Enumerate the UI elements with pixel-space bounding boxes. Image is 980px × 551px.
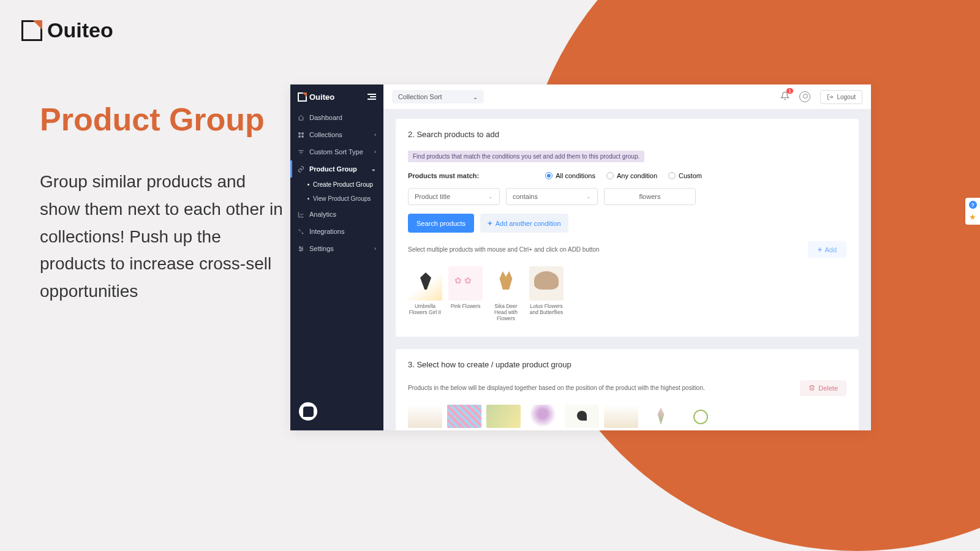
svg-point-7 <box>301 248 303 249</box>
sidebar-item-product-group[interactable]: Product Group ⌄ <box>290 160 383 178</box>
sidebar-item-collections[interactable]: Collections › <box>290 126 383 143</box>
radio-icon <box>606 172 614 179</box>
action-buttons: Search products + Add another condition <box>408 214 846 233</box>
sidebar-item-custom-sort[interactable]: Custom Sort Type › <box>290 143 383 160</box>
sidebar-item-analytics[interactable]: Analytics <box>290 206 383 223</box>
product-thumbnail[interactable] <box>643 405 677 428</box>
value-input[interactable] <box>604 188 696 205</box>
sidebar-item-integrations[interactable]: Integrations <box>290 223 383 240</box>
nav-label: Integrations <box>309 228 344 235</box>
product-thumbnail[interactable] <box>526 405 560 428</box>
product-thumbnail[interactable] <box>682 405 717 428</box>
chevron-right-icon: › <box>374 132 376 138</box>
sidebar-item-settings[interactable]: Settings › <box>290 240 383 257</box>
radio-any-condition[interactable]: Any condition <box>606 172 657 179</box>
home-icon <box>298 114 304 121</box>
logout-button[interactable]: Logout <box>820 90 862 104</box>
grid-icon <box>298 132 304 138</box>
brand-logo: Ouiteo <box>21 18 113 42</box>
section-title: 3. Select how to create / update product… <box>408 360 846 369</box>
button-label: Add <box>824 246 837 253</box>
sidebar-subitem-view[interactable]: View Product Groups <box>290 192 383 206</box>
product-name: Pink Flowers <box>448 303 483 309</box>
product-thumbnail[interactable] <box>565 405 599 428</box>
product-thumbnail[interactable] <box>486 405 521 428</box>
chevron-right-icon: › <box>374 246 376 252</box>
avatar-button[interactable] <box>799 91 810 102</box>
product-tile[interactable]: Pink Flowers <box>448 266 483 322</box>
radio-icon <box>668 172 676 179</box>
radio-custom[interactable]: Custom <box>668 172 702 179</box>
radio-label: Any condition <box>617 172 657 179</box>
match-conditions-row: Products must match: All conditions Any … <box>408 172 846 179</box>
svg-point-8 <box>300 250 301 251</box>
notification-badge: 1 <box>786 88 794 94</box>
nav-label: Settings <box>309 245 334 252</box>
sidebar: Ouiteo Dashboard Collections › Custom So… <box>290 84 383 430</box>
logo-text: Ouiteo <box>309 92 334 102</box>
topbar: Collection Sort 1 Logout <box>383 84 871 109</box>
chevron-right-icon: › <box>374 149 376 155</box>
product-image <box>448 266 483 301</box>
svg-rect-1 <box>301 132 303 134</box>
plus-icon: + <box>818 245 823 254</box>
nav-label: Product Group <box>309 165 357 173</box>
main-content: Collection Sort 1 Logout 2. Search produ… <box>383 84 871 430</box>
logo-icon <box>298 92 307 102</box>
operator-select[interactable]: contains <box>506 188 598 205</box>
field-select[interactable]: Product title <box>408 188 500 205</box>
svg-rect-3 <box>301 135 303 137</box>
chat-icon <box>303 407 314 417</box>
button-label: Delete <box>818 384 838 392</box>
sliders-icon <box>298 246 304 252</box>
radio-all-conditions[interactable]: All conditions <box>545 172 595 179</box>
product-thumbnail[interactable] <box>447 405 481 428</box>
sparkle-icon <box>298 228 304 235</box>
sort-icon <box>298 149 304 156</box>
menu-toggle-icon[interactable] <box>368 94 376 100</box>
product-tile[interactable]: Umbrella Flowers Girl II <box>408 266 442 322</box>
info-banner: Find products that match the conditions … <box>408 151 644 162</box>
radio-label: Custom <box>679 172 702 179</box>
product-image <box>489 266 523 301</box>
thumbnail-strip <box>408 405 846 428</box>
sidebar-item-dashboard[interactable]: Dashboard <box>290 109 383 126</box>
mini-logo[interactable]: Ouiteo <box>298 92 334 102</box>
section-description: Products in the below will be displayed … <box>408 384 705 391</box>
product-tile[interactable]: Sika Deer Head with Flowers <box>489 266 523 322</box>
add-condition-button[interactable]: + Add another condition <box>480 214 568 233</box>
subitem-label: Create Product Group <box>313 181 373 188</box>
logout-label: Logout <box>837 94 856 100</box>
search-products-button[interactable]: Search products <box>408 214 474 233</box>
product-tile[interactable]: Lotus Flowers and Butterflies <box>529 266 564 322</box>
description-row: Products in the below will be displayed … <box>408 380 846 396</box>
logo-icon <box>21 20 42 41</box>
nav-label: Dashboard <box>309 114 342 121</box>
nav-label: Custom Sort Type <box>309 148 363 156</box>
product-thumbnail[interactable] <box>408 405 442 428</box>
nav-label: Analytics <box>309 211 336 218</box>
help-tabs: ? ★ <box>965 198 980 225</box>
delete-button[interactable]: Delete <box>800 380 846 396</box>
helper-row: Select multiple products with mouse and … <box>408 241 846 258</box>
chart-icon <box>298 211 304 218</box>
notifications-button[interactable]: 1 <box>780 91 790 103</box>
sidebar-header: Ouiteo <box>290 84 383 109</box>
product-image <box>408 266 442 301</box>
product-thumbnail[interactable] <box>604 405 638 428</box>
search-products-card: 2. Search products to add Find products … <box>396 119 859 337</box>
sidebar-subitem-create[interactable]: Create Product Group <box>290 178 383 192</box>
collection-sort-dropdown[interactable]: Collection Sort <box>392 90 484 103</box>
help-icon[interactable]: ? <box>969 201 977 209</box>
trash-icon <box>809 384 815 391</box>
page-title: Product Group <box>40 101 265 138</box>
product-name: Sika Deer Head with Flowers <box>489 303 523 322</box>
app-window: Ouiteo Dashboard Collections › Custom So… <box>290 84 871 430</box>
star-icon[interactable]: ★ <box>969 212 976 222</box>
dropdown-label: Collection Sort <box>398 93 442 100</box>
svg-rect-2 <box>298 135 300 137</box>
products-grid: Umbrella Flowers Girl II Pink Flowers Si… <box>408 266 846 322</box>
add-button[interactable]: + Add <box>808 241 846 258</box>
helper-text: Select multiple products with mouse and … <box>408 246 600 253</box>
chat-bubble-button[interactable] <box>299 402 317 421</box>
